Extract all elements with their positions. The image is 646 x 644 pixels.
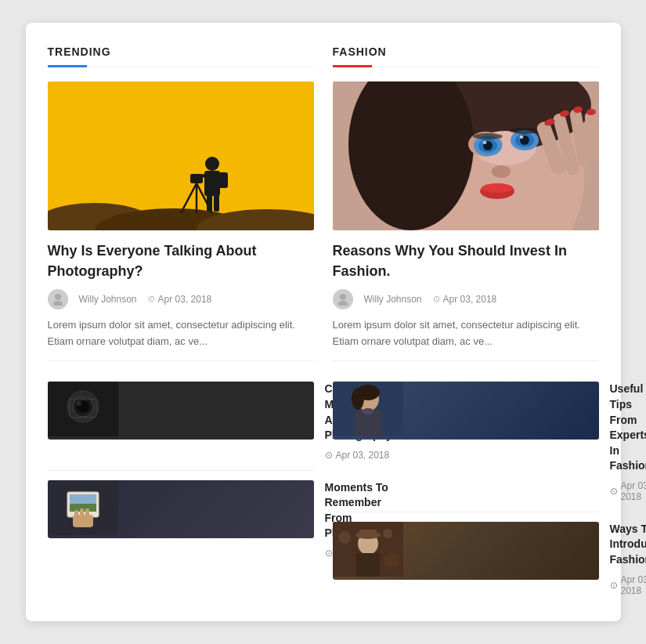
svg-rect-10 xyxy=(218,172,228,188)
svg-point-40 xyxy=(482,141,486,144)
trending-divider xyxy=(48,360,314,361)
fashion-thumb-1 xyxy=(333,382,599,440)
svg-rect-30 xyxy=(85,508,89,518)
fashion-featured-meta: Willy Johnson ⊙ Apr 03, 2018 xyxy=(333,289,599,309)
trending-featured-title[interactable]: Why Is Everyone Talking About Photograph… xyxy=(48,241,314,280)
trending-section: TRENDING xyxy=(48,45,314,605)
svg-point-49 xyxy=(482,183,513,193)
fashion-small-article-2[interactable]: Ways To Introduce Fashion. ⊙ Apr 03, 201… xyxy=(333,512,599,606)
svg-rect-12 xyxy=(214,194,219,212)
svg-rect-29 xyxy=(80,508,84,518)
fashion-section: FASHION xyxy=(333,45,599,605)
sections-wrapper: TRENDING xyxy=(48,45,599,605)
svg-rect-21 xyxy=(78,396,87,400)
svg-point-14 xyxy=(55,294,61,300)
fashion-featured-image[interactable] xyxy=(333,81,599,230)
svg-rect-28 xyxy=(74,510,78,518)
trending-small-article-1[interactable]: Common Misconceptions About Photography.… xyxy=(48,372,314,470)
trending-avatar xyxy=(48,289,68,309)
trending-featured-image[interactable] xyxy=(48,81,314,230)
svg-point-44 xyxy=(519,136,523,139)
svg-rect-70 xyxy=(356,553,380,577)
svg-point-72 xyxy=(384,553,399,569)
trending-thumb-2 xyxy=(48,480,314,538)
trending-title: TRENDING xyxy=(48,45,111,58)
svg-point-63 xyxy=(352,388,364,410)
clock-icon-fashion-1: ⊙ xyxy=(610,486,618,497)
svg-point-58 xyxy=(340,294,346,300)
fashion-small-date-2: ⊙ Apr 03, 2018 xyxy=(610,574,647,596)
fashion-small-title-2: Ways To Introduce Fashion. xyxy=(610,522,647,568)
trending-featured-meta: Willy Johnson ⊙ Apr 03, 2018 xyxy=(48,289,314,309)
svg-rect-9 xyxy=(204,171,220,196)
clock-icon-small-1: ⊙ xyxy=(325,450,333,461)
fashion-small-date-1: ⊙ Apr 03, 2018 xyxy=(610,480,647,502)
trending-excerpt: Lorem ipsum dolor sit amet, consectetur … xyxy=(48,317,314,350)
clock-icon-small-2: ⊙ xyxy=(325,548,333,559)
fashion-small-content-2: Ways To Introduce Fashion. ⊙ Apr 03, 201… xyxy=(610,522,647,596)
fashion-featured-title[interactable]: Reasons Why You Should Invest In Fashion… xyxy=(333,241,599,280)
svg-point-59 xyxy=(338,301,348,306)
svg-point-8 xyxy=(205,157,219,171)
svg-point-65 xyxy=(362,408,374,414)
fashion-title: FASHION xyxy=(333,45,387,58)
trending-date: ⊙ Apr 03, 2018 xyxy=(148,294,212,305)
fashion-small-content-1: Useful Tips From Experts In Fashion. ⊙ A… xyxy=(610,382,647,502)
trending-author: Willy Johnson xyxy=(79,294,137,305)
fashion-small-article-1[interactable]: Useful Tips From Experts In Fashion. ⊙ A… xyxy=(333,372,599,512)
trending-small-article-2[interactable]: Moments To Remember From Photography. ⊙ … xyxy=(48,471,314,568)
fashion-small-title-1: Useful Tips From Experts In Fashion. xyxy=(610,382,647,474)
clock-icon: ⊙ xyxy=(148,294,155,304)
svg-point-22 xyxy=(77,401,81,406)
fashion-divider xyxy=(333,360,599,361)
svg-point-46 xyxy=(510,128,540,134)
fashion-image-placeholder xyxy=(333,81,599,230)
main-card: TRENDING xyxy=(26,23,621,620)
svg-point-45 xyxy=(473,133,503,139)
fashion-avatar xyxy=(333,289,353,309)
fashion-excerpt: Lorem ipsum dolor sit amet, consectetur … xyxy=(333,317,599,350)
fashion-author: Willy Johnson xyxy=(364,294,422,305)
svg-point-47 xyxy=(492,165,511,178)
clock-icon-fashion: ⊙ xyxy=(433,294,440,304)
fashion-date: ⊙ Apr 03, 2018 xyxy=(433,294,497,305)
fashion-header: FASHION xyxy=(333,45,599,67)
svg-point-71 xyxy=(338,531,351,544)
fashion-thumb-2 xyxy=(333,522,599,580)
trending-thumb-1 xyxy=(48,382,314,440)
trending-image-placeholder xyxy=(48,81,314,230)
svg-rect-69 xyxy=(359,530,377,537)
svg-point-15 xyxy=(53,301,63,306)
trending-header: TRENDING xyxy=(48,45,314,67)
svg-rect-11 xyxy=(207,194,212,212)
clock-icon-fashion-2: ⊙ xyxy=(610,580,618,591)
svg-point-73 xyxy=(383,529,392,538)
